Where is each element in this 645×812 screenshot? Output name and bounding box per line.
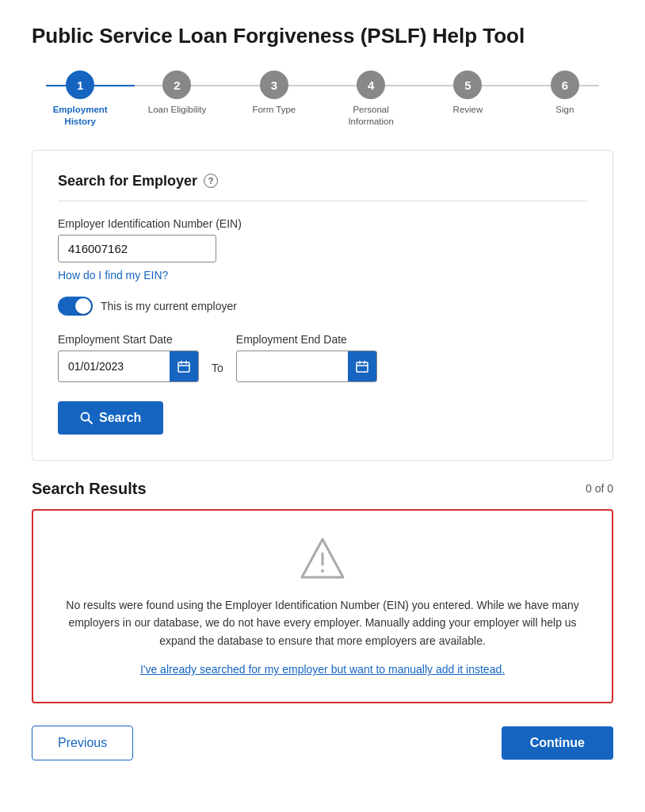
svg-rect-0 <box>178 362 189 372</box>
step-1-label: EmploymentHistory <box>53 104 108 128</box>
step-6-circle: 6 <box>551 71 579 99</box>
step-6-label: Sign <box>555 104 574 116</box>
search-button-label: Search <box>99 411 141 425</box>
bottom-navigation: Previous Continue <box>32 726 613 760</box>
svg-point-12 <box>321 569 324 573</box>
step-2[interactable]: 2 Loan Eligibility <box>128 71 225 116</box>
to-label: To <box>212 362 223 382</box>
step-5[interactable]: 5 Review <box>419 71 516 116</box>
step-1-circle: 1 <box>66 71 94 99</box>
end-date-calendar-button[interactable] <box>348 351 376 381</box>
ein-label: Employer Identification Number (EIN) <box>58 217 587 230</box>
continue-button[interactable]: Continue <box>502 726 613 760</box>
search-for-employer-label: Search for Employer <box>58 173 197 190</box>
step-3-label: Form Type <box>252 104 296 116</box>
calendar-icon <box>177 360 190 373</box>
start-date-label: Employment Start Date <box>58 333 199 346</box>
warning-icon-container <box>65 536 580 584</box>
step-6[interactable]: 6 Sign <box>517 71 613 116</box>
employer-search-card: Search for Employer ? Employer Identific… <box>32 150 613 461</box>
step-4-label: PersonalInformation <box>348 104 394 128</box>
results-count: 0 of 0 <box>586 482 613 495</box>
step-2-circle: 2 <box>162 71 191 99</box>
results-title: Search Results <box>32 480 147 498</box>
stepper: 1 EmploymentHistory 2 Loan Eligibility 3… <box>32 71 613 128</box>
how-to-find-ein-link[interactable]: How do I find my EIN? <box>58 269 168 282</box>
step-4-circle: 4 <box>357 71 385 99</box>
no-results-box: No results were found using the Employer… <box>32 509 613 703</box>
current-employer-label: This is my current employer <box>101 300 237 312</box>
svg-line-9 <box>89 419 93 423</box>
svg-rect-4 <box>357 362 368 372</box>
start-date-group: Employment Start Date <box>58 333 199 382</box>
form-card-title: Search for Employer ? <box>58 173 587 190</box>
manual-add-link[interactable]: I've already searched for my employer bu… <box>140 663 505 676</box>
previous-button[interactable]: Previous <box>32 726 133 760</box>
step-4[interactable]: 4 PersonalInformation <box>322 71 419 128</box>
start-date-input-wrap <box>58 350 199 382</box>
start-date-input[interactable] <box>59 354 170 379</box>
step-3[interactable]: 3 Form Type <box>226 71 322 116</box>
no-results-message: No results were found using the Employer… <box>65 596 580 649</box>
end-date-input-wrap <box>236 350 377 382</box>
step-5-circle: 5 <box>453 71 482 99</box>
help-icon[interactable]: ? <box>204 174 218 188</box>
end-date-label: Employment End Date <box>236 333 377 346</box>
step-5-label: Review <box>453 104 483 116</box>
date-row: Employment Start Date To Employme <box>58 333 587 382</box>
results-header: Search Results 0 of 0 <box>32 480 613 498</box>
step-3-circle: 3 <box>260 71 288 99</box>
search-button-icon <box>80 412 93 424</box>
step-1[interactable]: 1 EmploymentHistory <box>32 71 128 128</box>
warning-triangle-icon <box>299 536 346 580</box>
start-date-calendar-button[interactable] <box>170 351 198 381</box>
current-employer-toggle[interactable] <box>58 297 93 316</box>
calendar-icon-end <box>356 360 368 373</box>
search-button[interactable]: Search <box>58 401 163 435</box>
divider <box>58 201 587 201</box>
end-date-input[interactable] <box>237 354 348 379</box>
toggle-thumb <box>75 298 91 314</box>
end-date-group: Employment End Date <box>236 333 377 382</box>
step-2-label: Loan Eligibility <box>148 104 207 116</box>
current-employer-toggle-row: This is my current employer <box>58 297 587 316</box>
ein-field-group: Employer Identification Number (EIN) <box>58 217 587 262</box>
page-title: Public Service Loan Forgiveness (PSLF) H… <box>32 24 613 48</box>
ein-input[interactable] <box>58 235 216 262</box>
